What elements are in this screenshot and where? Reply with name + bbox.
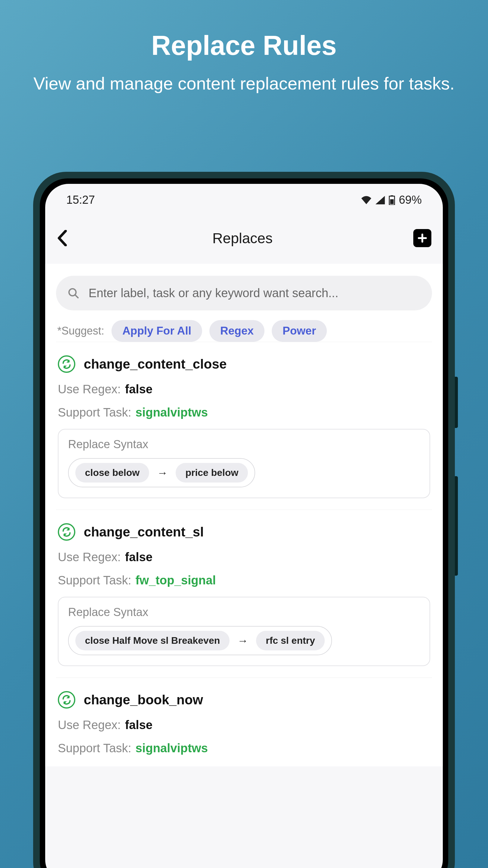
rule-header: change_book_now <box>58 691 430 709</box>
phone-bezel: 15:27 69% Repla <box>40 179 448 868</box>
syntax-from: close Half Move sl Breakeven <box>75 631 230 650</box>
search-icon <box>67 287 79 299</box>
meta-value: false <box>125 550 153 564</box>
suggest-chip-power[interactable]: Power <box>272 320 327 342</box>
svg-line-4 <box>75 295 78 298</box>
phone-side-button <box>455 377 458 428</box>
back-button[interactable] <box>57 230 72 246</box>
page-title: Replaces <box>72 230 413 247</box>
rule-header: change_content_close <box>58 355 430 373</box>
suggest-row: *Suggest: Apply For All Regex Power <box>56 320 432 342</box>
phone-frame: 15:27 69% Repla <box>33 172 455 868</box>
status-bar: 15:27 69% <box>45 184 443 213</box>
rule-item[interactable]: change_book_now Use Regex: false Support… <box>56 678 432 767</box>
rule-header: change_content_sl <box>58 523 430 541</box>
meta-label: Use Regex: <box>58 550 121 564</box>
search-input[interactable] <box>89 286 421 300</box>
cell-signal-icon <box>375 196 385 204</box>
replace-icon <box>58 691 75 709</box>
rule-use-regex: Use Regex: false <box>58 382 430 396</box>
meta-value: signalviptws <box>135 741 208 755</box>
rule-name: change_content_close <box>84 356 227 372</box>
rule-support-task: Support Task: signalviptws <box>58 406 430 419</box>
svg-rect-2 <box>390 199 394 204</box>
replace-syntax-box: Replace Syntax close below → price below <box>58 429 430 498</box>
app-header: Replaces <box>45 213 443 264</box>
arrow-icon: → <box>157 467 168 479</box>
add-button[interactable] <box>413 229 431 247</box>
syntax-to: price below <box>175 463 248 483</box>
rule-name: change_book_now <box>84 692 203 707</box>
syntax-title: Replace Syntax <box>68 606 420 619</box>
meta-label: Use Regex: <box>58 382 121 396</box>
rule-use-regex: Use Regex: false <box>58 550 430 564</box>
meta-value: false <box>125 718 153 732</box>
suggest-chip-apply-for-all[interactable]: Apply For All <box>111 320 202 342</box>
rule-support-task: Support Task: fw_top_signal <box>58 574 430 587</box>
suggest-chip-regex[interactable]: Regex <box>209 320 264 342</box>
meta-label: Support Task: <box>58 741 131 755</box>
meta-value: fw_top_signal <box>135 574 216 587</box>
syntax-row: close Half Move sl Breakeven → rfc sl en… <box>68 626 332 655</box>
rule-item[interactable]: change_content_sl Use Regex: false Suppo… <box>56 510 432 678</box>
syntax-title: Replace Syntax <box>68 438 420 451</box>
arrow-icon: → <box>237 634 248 647</box>
syntax-from: close below <box>75 463 149 483</box>
phone-side-button <box>455 476 458 576</box>
suggest-label: *Suggest: <box>57 324 104 337</box>
content-area: *Suggest: Apply For All Regex Power chan… <box>45 264 443 767</box>
meta-value: signalviptws <box>135 406 208 419</box>
promo-title: Replace Rules <box>0 30 488 61</box>
battery-percent: 69% <box>399 193 422 207</box>
promo-subtitle: View and manage content replacement rule… <box>0 72 488 95</box>
replace-icon <box>58 523 75 541</box>
rule-name: change_content_sl <box>84 524 204 539</box>
search-box[interactable] <box>56 276 432 310</box>
syntax-row: close below → price below <box>68 458 255 487</box>
meta-label: Support Task: <box>58 406 131 419</box>
meta-value: false <box>125 382 153 396</box>
rule-use-regex: Use Regex: false <box>58 718 430 732</box>
status-icons: 69% <box>361 193 422 207</box>
rule-item[interactable]: change_content_close Use Regex: false Su… <box>56 342 432 510</box>
syntax-to: rfc sl entry <box>256 631 325 650</box>
screen: 15:27 69% Repla <box>45 184 443 868</box>
plus-icon <box>417 233 428 244</box>
rule-support-task: Support Task: signalviptws <box>58 741 430 755</box>
status-time: 15:27 <box>66 193 95 207</box>
battery-icon <box>389 195 395 205</box>
meta-label: Support Task: <box>58 574 131 587</box>
meta-label: Use Regex: <box>58 718 121 732</box>
wifi-icon <box>361 196 372 204</box>
replace-syntax-box: Replace Syntax close Half Move sl Breake… <box>58 597 430 666</box>
replace-icon <box>58 355 75 373</box>
